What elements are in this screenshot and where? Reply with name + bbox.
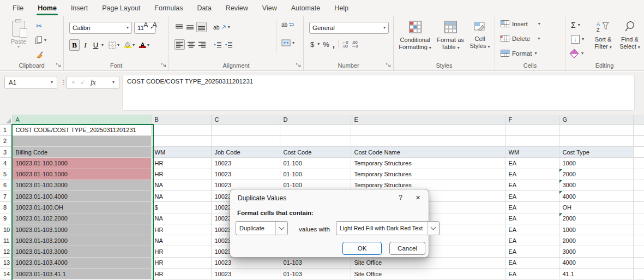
cell-F1[interactable] [505, 124, 559, 135]
cell-F6[interactable]: EA [505, 180, 559, 190]
column-header-a[interactable]: A [12, 115, 151, 124]
cell-filler[interactable] [633, 124, 644, 135]
cell-D5[interactable]: 01-100 [280, 169, 351, 180]
number-dialog-launcher[interactable] [386, 62, 391, 68]
font-name-combobox[interactable]: Calibri ▾ [69, 22, 132, 34]
cell-filler[interactable] [633, 246, 644, 257]
tab-page-layout[interactable]: Page Layout [95, 0, 147, 16]
cell-A10[interactable]: 10023.01-103.1000 [12, 224, 151, 235]
cell-D2[interactable] [280, 135, 351, 146]
cell-G1[interactable] [559, 124, 633, 135]
help-icon[interactable]: ? [399, 194, 402, 201]
cell-G13[interactable]: 4000 [559, 257, 633, 268]
format-as-table-button[interactable]: Format as Table ▾ [435, 20, 466, 51]
number-format-combobox[interactable]: General ▾ [309, 22, 389, 34]
decrease-decimal-button[interactable]: .00→0 [352, 40, 358, 49]
cell-G8[interactable]: OH [559, 202, 633, 213]
cell-B6[interactable]: NA [151, 180, 211, 190]
insert-cells-button[interactable]: ← Insert ▾ [501, 20, 540, 27]
cell-F12[interactable]: EA [505, 246, 559, 257]
cell-A3[interactable]: Billing Code [12, 147, 151, 158]
cell-D13[interactable]: 01-103 [280, 257, 351, 268]
delete-cells-button[interactable]: × Delete ▾ [501, 35, 540, 42]
cell-filler[interactable] [633, 191, 644, 202]
increase-decimal-button[interactable]: ←0.00 [342, 40, 348, 49]
cell-F10[interactable]: EA [505, 224, 559, 235]
column-header-partial[interactable] [633, 115, 644, 124]
cell-G3[interactable]: Cost Type [559, 147, 633, 158]
cell-A4[interactable]: 10023.01-100.1000 [12, 158, 151, 169]
column-header-b[interactable]: B [151, 115, 211, 124]
cell-A1[interactable]: COST CODE/COST TYPE_20250311201231 [12, 124, 151, 135]
cell-E14[interactable]: Site Office [351, 268, 505, 279]
cell-G6[interactable]: 3000 [559, 180, 633, 190]
cell-B9[interactable]: NA [151, 213, 211, 224]
align-left-button[interactable] [174, 39, 185, 50]
cell-C1[interactable] [211, 124, 280, 135]
autosum-button[interactable]: Σ ▾ [571, 21, 580, 29]
cell-A11[interactable]: 10023.01-103.2000 [12, 235, 151, 246]
align-right-button[interactable] [197, 40, 207, 49]
underline-button[interactable]: U [91, 40, 100, 50]
cell-F4[interactable]: EA [505, 158, 559, 169]
wrap-text-button[interactable]: ab [281, 22, 294, 28]
tab-help[interactable]: Help [327, 0, 356, 16]
cell-A9[interactable]: 10023.01-102.2000 [12, 213, 151, 224]
orientation-button[interactable]: ab [213, 24, 220, 31]
row-header-11[interactable]: 11 [0, 235, 12, 246]
cell-F2[interactable] [505, 135, 559, 146]
cell-B13[interactable]: HR [151, 257, 211, 268]
cell-G4[interactable]: 1000 [559, 158, 633, 169]
align-middle-button[interactable] [185, 22, 195, 32]
percent-format-button[interactable]: % [323, 40, 329, 49]
cancel-entry-icon[interactable]: × [71, 79, 75, 86]
cell-E3[interactable]: Cost Code Name [351, 147, 505, 158]
cell-F3[interactable]: WM [505, 147, 559, 158]
close-icon[interactable]: × [416, 193, 420, 202]
cell-D1[interactable] [280, 124, 351, 135]
cell-F8[interactable]: EA [505, 202, 559, 213]
cell-filler[interactable] [633, 158, 644, 169]
cell-F11[interactable]: EA [505, 235, 559, 246]
cell-D14[interactable]: 01-103 [280, 268, 351, 279]
cell-C4[interactable]: 10023 [211, 158, 280, 169]
cell-F5[interactable]: EA [505, 169, 559, 180]
tab-formulas[interactable]: Formulas [147, 0, 190, 16]
cell-styles-button[interactable]: Cell Styles ▾ [468, 20, 492, 50]
tab-review[interactable]: Review [219, 0, 255, 16]
align-top-button[interactable] [174, 22, 184, 32]
sort-filter-button[interactable]: A Z Sort & Filter ▾ [591, 20, 616, 50]
column-header-f[interactable]: F [505, 115, 559, 124]
cell-E13[interactable]: Site Office [351, 257, 505, 268]
cell-D3[interactable]: Cost Code [280, 147, 351, 158]
merge-center-button[interactable]: ▾ [281, 39, 294, 46]
cell-B7[interactable]: NA [151, 191, 211, 202]
cell-B2[interactable] [151, 135, 211, 146]
cell-A2[interactable] [12, 135, 151, 146]
cell-filler[interactable] [633, 268, 644, 279]
cell-B14[interactable]: HR [151, 268, 211, 279]
cell-G5[interactable]: 2000 [559, 169, 633, 180]
row-header-2[interactable]: 2 [0, 135, 12, 146]
cell-A12[interactable]: 10023.01-103.3000 [12, 246, 151, 257]
cell-E4[interactable]: Temporary Structures [351, 158, 505, 169]
cell-filler[interactable] [633, 180, 644, 190]
cancel-button[interactable]: Cancel [389, 242, 425, 255]
format-dropdown[interactable]: Light Red Fill with Dark Red Text [336, 221, 440, 235]
tab-file[interactable]: File [5, 0, 31, 16]
cell-B8[interactable]: $ [151, 202, 211, 213]
cell-A6[interactable]: 10023.01-100.3000 [12, 180, 151, 190]
cell-filler[interactable] [633, 213, 644, 224]
cell-B5[interactable]: HR [151, 169, 211, 180]
ok-button[interactable]: OK [342, 242, 382, 255]
row-header-14[interactable]: 14 [0, 268, 12, 279]
decrease-font-button[interactable]: A [152, 21, 157, 29]
cut-button[interactable]: ✂ [36, 22, 42, 30]
format-cells-button[interactable]: Format ▾ [501, 50, 537, 57]
cell-E2[interactable] [351, 135, 505, 146]
cell-filler[interactable] [633, 147, 644, 158]
cell-B1[interactable] [151, 124, 211, 135]
column-header-g[interactable]: G [559, 115, 633, 124]
paste-button[interactable]: Paste ▾ [7, 21, 31, 49]
cell-C13[interactable]: 10023 [211, 257, 280, 268]
